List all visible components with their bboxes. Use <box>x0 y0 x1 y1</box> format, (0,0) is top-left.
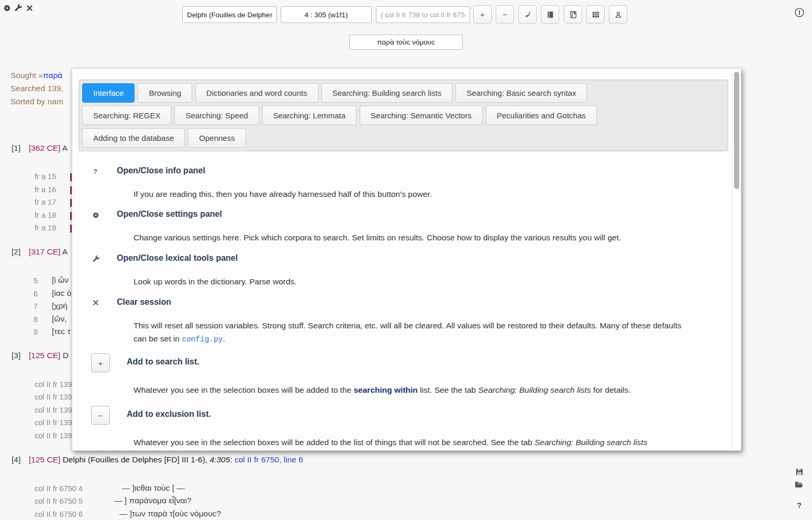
tab-interface[interactable]: Interface <box>82 83 135 103</box>
tab-lemmata[interactable]: Searching: Lemmata <box>262 106 357 125</box>
tab-adding-to-database[interactable]: Adding to the database <box>82 128 185 148</box>
searching-within-term: searching within <box>353 385 417 394</box>
result-index: [1] <box>12 143 29 153</box>
help-tab-bar: Interface Browsing Dictionaries and word… <box>79 80 728 151</box>
result-date: [125 CE] <box>29 351 60 360</box>
wordcount-table-button[interactable] <box>586 5 605 24</box>
wrench-icon <box>93 256 99 262</box>
result-author: A <box>62 143 68 152</box>
help-body-add-search-list: Whatever you see in the selection boxes … <box>134 384 630 397</box>
body-text: for details. <box>591 385 631 394</box>
result-entry-header: [1][362 CE] A <box>12 143 68 153</box>
minus-icon: − <box>503 10 507 19</box>
help-heading-add-search-list: Add to search list. <box>127 357 199 367</box>
tab-dictionaries[interactable]: Dictionaries and word counts <box>195 83 318 103</box>
greek-line: [ὶ ὤν <box>52 275 69 285</box>
tab-openness[interactable]: Openness <box>188 128 246 148</box>
result-entry-header: [3][125 CE] D <box>12 351 69 360</box>
body-text: Whatever you see in the selection boxes … <box>134 385 353 394</box>
author-input[interactable] <box>182 6 277 23</box>
line-number: 8 <box>30 315 38 324</box>
locus-label: fr a 16 <box>35 185 56 194</box>
app-root: + − Sought »παρὰ Searched 139, Sorted by… <box>0 0 812 520</box>
help-body-add-exclusion-list: Whatever you see in the selection boxes … <box>134 436 647 449</box>
passage-input[interactable] <box>376 6 470 23</box>
closed-book-icon <box>547 11 554 18</box>
locus-label: col II fr 139 <box>35 432 72 440</box>
result-index: [3] <box>12 351 29 360</box>
locus-label: col II fr 139 <box>35 393 72 401</box>
greek-line: [ῶν, <box>52 314 66 324</box>
add-to-search-list-button[interactable]: + <box>473 5 492 24</box>
settings-gear-icon[interactable] <box>4 5 10 12</box>
locus-label: col II fr 6750 4 <box>35 484 83 493</box>
config-py-link[interactable]: config.py <box>182 335 223 344</box>
locus-label: col II fr 139 <box>35 380 72 389</box>
help-body-settings-panel: Change various settings here. Pick which… <box>134 231 621 245</box>
tab-building-search-lists[interactable]: Searching: Building search lists <box>321 83 452 103</box>
tab-reference: Searching: Building search lists <box>478 385 591 394</box>
gear-icon <box>93 212 99 218</box>
help-question-icon[interactable]: ? <box>797 501 802 510</box>
browse-to-passage-button[interactable] <box>518 5 537 24</box>
load-session-folder-icon[interactable] <box>795 481 803 488</box>
body-text: list. See the tab <box>418 385 478 394</box>
locus-label: fr a 15 <box>35 172 56 181</box>
result-date: [362 CE] <box>29 143 60 152</box>
greek-line: — ]των παρὰ τ[οὺϲ νόμουϲ? <box>119 509 221 518</box>
help-body-clear-session: This will reset all session variables. S… <box>134 319 696 346</box>
info-icon[interactable] <box>794 7 805 18</box>
passage-link[interactable]: col II fr 6750, line 6 <box>235 455 303 464</box>
locus-label: col II fr 139 <box>35 406 72 414</box>
sought-label: Sought » <box>10 71 43 80</box>
login-user-button[interactable] <box>609 5 627 24</box>
work-number: 4:305 <box>209 455 230 464</box>
tab-peculiarities[interactable]: Peculiarities and Gotchas <box>486 106 597 125</box>
tab-regex[interactable]: Searching: REGEX <box>82 106 171 125</box>
line-number: 9 <box>30 328 38 336</box>
locus-label: col II fr 6750 5 <box>35 497 83 505</box>
save-session-icon[interactable] <box>796 468 803 475</box>
line-number: 5 <box>30 276 38 285</box>
help-heading-info-panel: Open/Close info panel <box>117 166 205 175</box>
locus-label: col II fr 6750 6 <box>35 510 83 518</box>
minus-icon: − <box>98 411 103 420</box>
dictionary-button[interactable] <box>541 5 559 24</box>
help-heading-add-exclusion-list: Add to exclusion list. <box>127 410 211 419</box>
search-input[interactable] <box>349 35 463 50</box>
greek-line: — ] παράνομα εἶ[ναι? <box>114 496 192 505</box>
tab-speed[interactable]: Searching: Speed <box>174 106 259 125</box>
greek-line: [ίαϲ ὀ <box>52 289 71 298</box>
work-input[interactable] <box>281 6 372 23</box>
help-panel-scrollbar-thumb[interactable] <box>734 72 739 189</box>
tab-row: Adding to the database Openness <box>81 127 726 149</box>
help-panel-scrollbar-track[interactable] <box>732 69 741 449</box>
grid-table-icon <box>592 11 599 18</box>
locus-label: col II fr 139 <box>35 418 72 427</box>
add-to-exclusion-list-button[interactable]: − <box>496 5 514 24</box>
result-author: A <box>62 247 68 256</box>
help-panel: Interface Browsing Dictionaries and word… <box>72 68 741 451</box>
line-number: 6 <box>30 290 38 298</box>
separator: : <box>230 455 235 464</box>
browser-bookmark-button[interactable] <box>564 5 582 24</box>
tab-browsing[interactable]: Browsing <box>138 83 192 103</box>
close-x-icon <box>93 300 98 305</box>
searched-summary: Searched 139, <box>10 84 63 93</box>
tab-reference: Searching: Building search lists <box>535 438 647 447</box>
level-down-arrow-icon <box>524 11 531 18</box>
result-entry-header: [2][317 CE] A <box>12 247 68 257</box>
book-bookmark-icon <box>570 11 577 18</box>
lexica-wrench-icon[interactable] <box>15 4 22 12</box>
result-index: [4] <box>12 455 29 464</box>
sought-term: παρὰ <box>43 71 62 80</box>
body-text: Whatever you see in the selection boxes … <box>134 438 535 447</box>
help-heading-settings-panel: Open/Close settings panel <box>117 209 222 219</box>
question-mark-icon: ? <box>93 168 97 175</box>
result-author: D <box>63 351 69 360</box>
tab-semantic-vectors[interactable]: Searching: Semantic Vectors <box>360 106 483 125</box>
plus-icon: + <box>98 359 103 368</box>
clear-session-icon[interactable] <box>27 5 32 11</box>
result-date: [125 CE] <box>29 455 60 464</box>
tab-basic-search-syntax[interactable]: Searching: Basic search syntax <box>455 83 587 103</box>
